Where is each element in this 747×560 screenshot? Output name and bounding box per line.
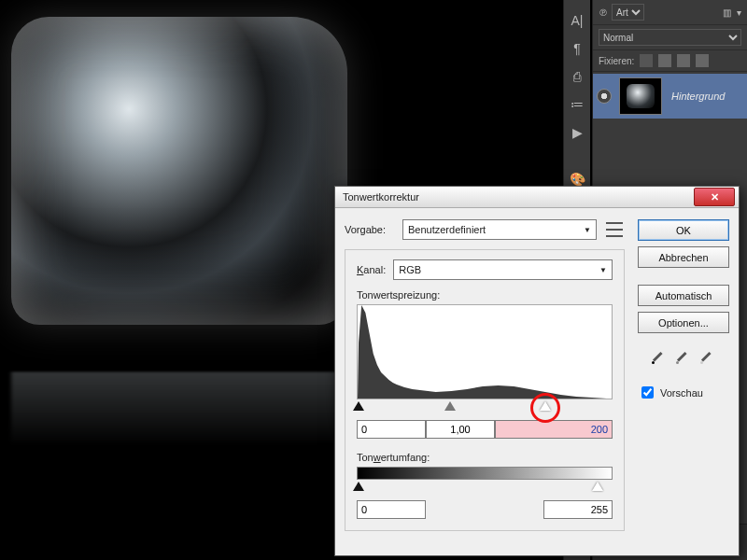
preset-menu-icon[interactable] — [604, 219, 625, 240]
preview-checkbox[interactable]: Vorschau — [638, 384, 729, 401]
preset-value: Benutzerdefiniert — [408, 224, 486, 235]
input-black-field[interactable] — [357, 420, 426, 439]
histogram-svg — [358, 305, 612, 399]
cancel-button[interactable]: Abbrechen — [638, 246, 729, 268]
input-white-field[interactable] — [495, 420, 613, 439]
eyedropper-group — [638, 348, 729, 365]
layer-row-background[interactable]: Hintergrund — [593, 74, 747, 119]
options-button[interactable]: Optionen... — [638, 312, 729, 333]
dialog-title: Tonwertkorrektur — [343, 191, 419, 203]
mode-label: ℗ — [599, 7, 608, 18]
ok-button[interactable]: OK — [638, 219, 729, 241]
output-white-field[interactable] — [543, 500, 613, 519]
input-slider-track[interactable] — [357, 401, 613, 414]
filter-icon[interactable]: ▥ — [723, 7, 731, 18]
visibility-icon[interactable] — [597, 89, 612, 104]
paragraph-icon[interactable]: ¶ — [573, 41, 581, 56]
type-tool-icon[interactable]: A| — [571, 13, 584, 28]
preview-checkbox-input[interactable] — [641, 386, 654, 399]
canvas-image — [11, 17, 347, 325]
lock-move-icon[interactable] — [677, 54, 690, 67]
preview-label: Vorschau — [660, 387, 703, 399]
input-levels-label: Tonwertspreizung: — [357, 289, 613, 301]
play-icon[interactable]: ▶ — [572, 125, 583, 140]
kind-select[interactable]: Art — [612, 4, 644, 21]
lock-label: Fixieren: — [599, 56, 634, 66]
lock-all-icon[interactable] — [696, 54, 709, 67]
lock-position-icon[interactable] — [658, 54, 671, 67]
white-point-slider[interactable] — [540, 401, 551, 411]
auto-button[interactable]: Automatisch — [638, 285, 729, 306]
gray-eyedropper-icon[interactable] — [675, 348, 692, 365]
levels-dialog: Tonwertkorrektur ✕ Vorgabe: Benutzerdefi… — [334, 186, 740, 556]
preset-select[interactable]: Benutzerdefiniert ▼ — [402, 219, 597, 240]
preset-label: Vorgabe: — [345, 224, 395, 235]
input-gamma-field[interactable] — [426, 420, 495, 439]
output-gradient[interactable] — [357, 467, 613, 480]
close-button[interactable]: ✕ — [694, 188, 735, 206]
swatches-icon[interactable]: 🎨 — [570, 172, 585, 187]
layer-name[interactable]: Hintergrund — [671, 91, 725, 102]
black-point-slider[interactable] — [353, 401, 364, 411]
levels-group: Kanal: RGB ▼ Tonwertspreizung: — [345, 249, 625, 531]
channel-select[interactable]: RGB ▼ — [393, 259, 613, 280]
output-black-field[interactable] — [357, 500, 426, 519]
dialog-titlebar[interactable]: Tonwertkorrektur ✕ — [335, 187, 739, 208]
histogram[interactable] — [357, 304, 613, 399]
blend-mode-select[interactable]: Normal — [599, 29, 741, 46]
panel-icon[interactable]: ⎙ — [573, 69, 581, 84]
channel-value: RGB — [399, 264, 421, 275]
svg-marker-0 — [358, 305, 612, 399]
gamma-slider[interactable] — [444, 401, 456, 411]
list-icon[interactable]: ≔ — [571, 97, 584, 112]
layer-thumbnail[interactable] — [619, 77, 662, 115]
output-white-slider[interactable] — [592, 482, 603, 491]
output-slider-track[interactable] — [357, 482, 613, 495]
panel-menu-icon[interactable]: ▾ — [737, 7, 741, 18]
channel-label: Kanal: — [357, 264, 386, 275]
chevron-down-icon: ▼ — [599, 266, 607, 274]
output-levels-label: Tonwertumfang: — [357, 452, 613, 463]
lock-pixels-icon[interactable] — [640, 54, 653, 67]
white-eyedropper-icon[interactable] — [699, 348, 716, 365]
black-eyedropper-icon[interactable] — [651, 348, 668, 365]
output-black-slider[interactable] — [353, 482, 364, 491]
chevron-down-icon: ▼ — [584, 226, 591, 234]
